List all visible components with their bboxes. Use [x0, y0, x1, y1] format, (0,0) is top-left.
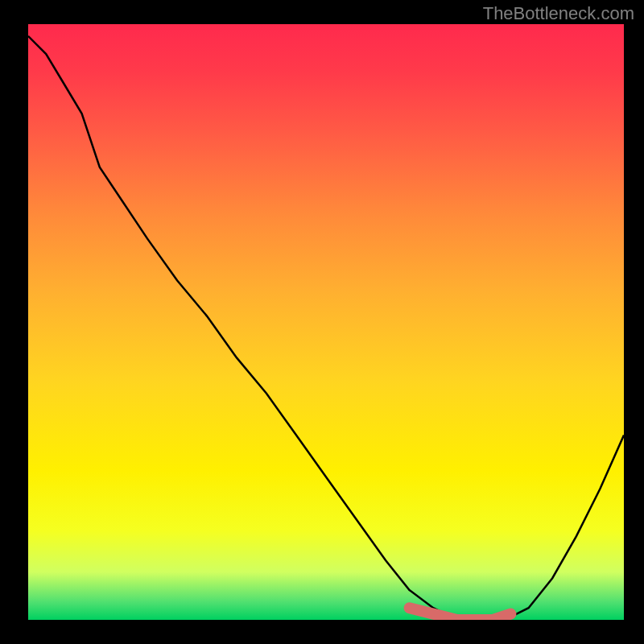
main-curve-line [28, 36, 624, 620]
chart-container: TheBottleneck.com [0, 0, 644, 644]
chart-svg [28, 24, 624, 620]
watermark-text: TheBottleneck.com [483, 3, 634, 24]
highlight-curve-line [410, 608, 511, 620]
plot-area [28, 24, 624, 620]
